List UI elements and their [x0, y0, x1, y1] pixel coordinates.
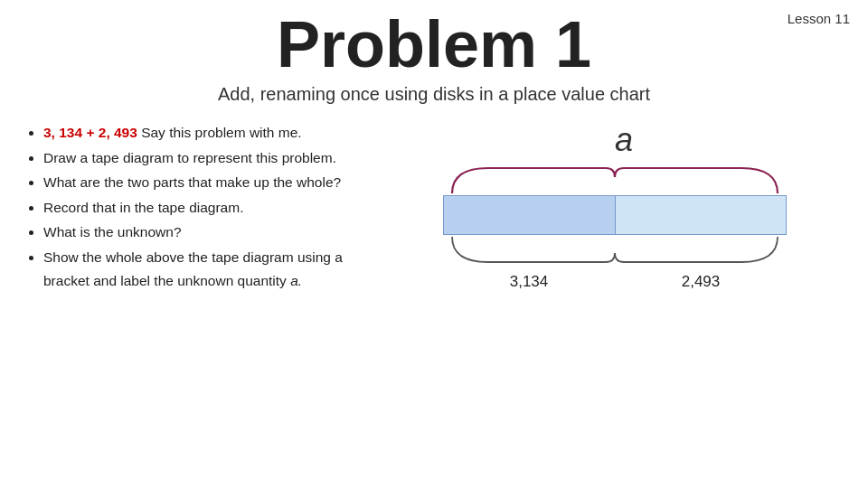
bullet-list: 3, 134 + 2, 493 Say this problem with me…: [27, 121, 371, 292]
lesson-label: Lesson 11: [788, 11, 850, 26]
list-item: Show the whole above the tape diagram us…: [43, 246, 371, 292]
list-item: 3, 134 + 2, 493 Say this problem with me…: [43, 121, 371, 145]
list-item: What are the two parts that make up the …: [43, 171, 371, 194]
tape-left-segment: [444, 196, 616, 234]
content-area: 3, 134 + 2, 493 Say this problem with me…: [0, 121, 868, 294]
list-item: What is the unknown?: [43, 221, 371, 244]
bullet-text-4: Record that in the tape diagram.: [43, 200, 243, 215]
top-bracket-container: [443, 161, 787, 195]
top-bracket-svg: [443, 161, 787, 195]
tape-right-segment: [616, 196, 787, 234]
left-panel: 3, 134 + 2, 493 Say this problem with me…: [27, 121, 371, 294]
bullet-text-5: What is the unknown?: [43, 224, 182, 239]
bullet-text-2: Draw a tape diagram to represent this pr…: [43, 150, 336, 165]
unknown-quantity-label-inline: a.: [290, 273, 302, 288]
bullet-text-3: What are the two parts that make up the …: [43, 174, 341, 190]
tape-labels-row: 3,134 2,493: [443, 273, 787, 291]
bottom-bracket-svg: [443, 235, 787, 269]
tape-left-label: 3,134: [510, 273, 549, 291]
page-subtitle: Add, renaming once using disks in a plac…: [0, 84, 868, 105]
bullet-text-1: Say this problem with me.: [137, 125, 302, 140]
right-panel: a 3,134 2,493: [389, 121, 841, 294]
tape-diagram: [443, 195, 787, 235]
page-title: Problem 1: [0, 9, 868, 80]
list-item: Record that in the tape diagram.: [43, 196, 371, 220]
math-expression: 3, 134 + 2, 493: [43, 125, 137, 140]
tape-right-label: 2,493: [682, 273, 721, 291]
unknown-quantity-label: a: [615, 121, 633, 159]
list-item: Draw a tape diagram to represent this pr…: [43, 146, 371, 170]
